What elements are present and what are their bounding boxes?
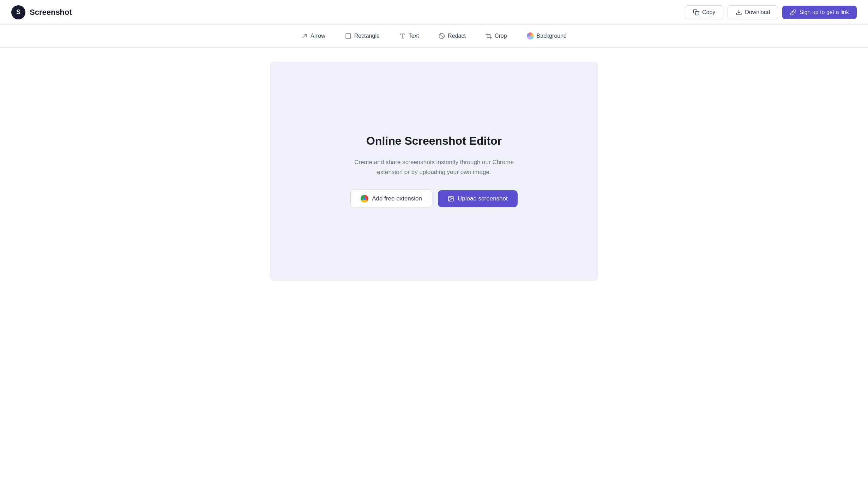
main-area: Online Screenshot Editor Create and shar… — [0, 48, 868, 492]
text-icon — [399, 33, 406, 39]
copy-button[interactable]: Copy — [685, 5, 723, 19]
download-button[interactable]: Download — [728, 5, 778, 19]
toolbar-item-crop[interactable]: Crop — [482, 31, 511, 41]
crop-icon — [486, 33, 492, 39]
app-title: Screenshot — [30, 8, 72, 17]
svg-rect-0 — [695, 11, 699, 15]
copy-icon — [693, 9, 699, 16]
svg-point-9 — [450, 197, 450, 198]
add-extension-button[interactable]: Add free extension — [350, 190, 432, 208]
toolbar-item-background[interactable]: Background — [523, 30, 570, 42]
download-icon — [736, 9, 742, 16]
header-left: S Screenshot — [11, 5, 72, 19]
link-icon — [790, 9, 796, 16]
toolbar-item-redact[interactable]: Redact — [435, 31, 469, 41]
canvas-content: Online Screenshot Editor Create and shar… — [342, 134, 526, 208]
logo: S — [11, 5, 25, 19]
toolbar: Arrow Rectangle Text Redact Crop Backgro… — [0, 25, 868, 48]
signup-button[interactable]: Sign up to get a link — [782, 6, 857, 19]
canvas-buttons: Add free extension Upload screenshot — [350, 190, 518, 208]
header: S Screenshot Copy Download Sign up to — [0, 0, 868, 25]
chrome-icon — [361, 195, 368, 203]
header-right: Copy Download Sign up to get a link — [685, 5, 857, 19]
svg-line-2 — [303, 34, 307, 38]
svg-rect-3 — [346, 34, 351, 38]
redact-icon — [439, 33, 445, 39]
arrow-icon — [301, 33, 308, 39]
canvas-subtitle: Create and share screenshots instantly t… — [342, 157, 526, 176]
canvas-container: Online Screenshot Editor Create and shar… — [270, 62, 598, 281]
upload-screenshot-button[interactable]: Upload screenshot — [438, 190, 518, 207]
upload-icon — [448, 196, 454, 202]
canvas-title: Online Screenshot Editor — [366, 134, 502, 148]
toolbar-item-text[interactable]: Text — [396, 31, 422, 41]
rectangle-icon — [345, 33, 351, 39]
svg-line-7 — [440, 34, 444, 38]
toolbar-item-rectangle[interactable]: Rectangle — [342, 31, 383, 41]
toolbar-item-arrow[interactable]: Arrow — [298, 31, 329, 41]
background-icon — [527, 32, 534, 40]
